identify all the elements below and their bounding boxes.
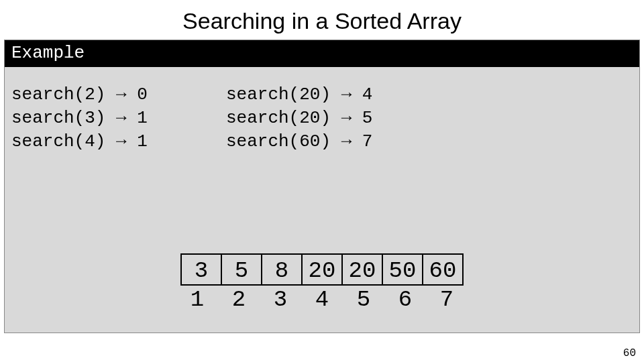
index-cell: 1 [176, 287, 218, 312]
slide-title: Searching in a Sorted Array [0, 0, 644, 40]
index-cell: 6 [384, 287, 426, 312]
array-cell: 60 [422, 253, 464, 286]
index-cell: 2 [218, 287, 260, 312]
page-number: 60 [623, 347, 636, 359]
code-left: search(2) → 0 search(3) → 1 search(4) → … [11, 83, 226, 154]
array-indices-row: 1 2 3 4 5 6 7 [176, 287, 468, 312]
array-cell: 8 [261, 253, 303, 286]
index-cell: 4 [301, 287, 343, 312]
index-cell: 3 [260, 287, 301, 312]
array-diagram: 3 5 8 20 20 50 60 1 2 3 4 5 6 7 [5, 253, 639, 312]
array-cell: 50 [382, 253, 423, 286]
index-cell: 7 [426, 287, 468, 312]
array-values-row: 3 5 8 20 20 50 60 [180, 253, 464, 286]
array-cell: 3 [180, 253, 222, 286]
array-cell: 20 [341, 253, 383, 286]
content-panel: Example search(2) → 0 search(3) → 1 sear… [4, 40, 640, 333]
code-right: search(20) → 4 search(20) → 5 search(60)… [226, 83, 633, 154]
code-columns: search(2) → 0 search(3) → 1 search(4) → … [5, 67, 639, 154]
slide: Searching in a Sorted Array Example sear… [0, 0, 644, 362]
array-cell: 5 [221, 253, 262, 286]
array-cell: 20 [301, 253, 343, 286]
example-header: Example [5, 40, 639, 67]
index-cell: 5 [343, 287, 384, 312]
